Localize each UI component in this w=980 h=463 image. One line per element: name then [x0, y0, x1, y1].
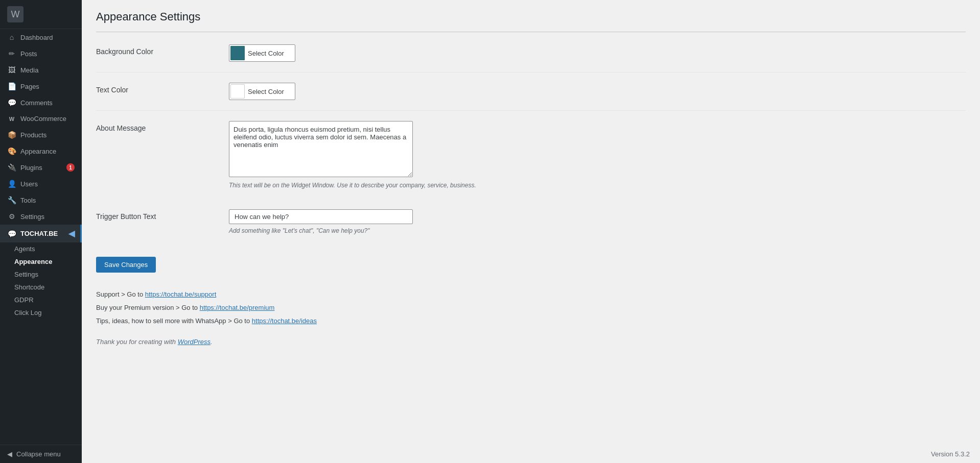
background-color-label: Background Color — [96, 44, 229, 56]
wordpress-logo-icon: W — [7, 6, 24, 22]
save-changes-button[interactable]: Save Changes — [96, 257, 156, 273]
sidebar-item-appearance[interactable]: 🎨 Appearance — [0, 143, 82, 159]
background-color-row: Background Color Select Color — [96, 44, 966, 72]
submenu-item-agents[interactable]: Agents — [0, 242, 82, 255]
trigger-button-control: Add something like "Let's chat", "Can we… — [229, 209, 966, 234]
trigger-button-input[interactable] — [229, 209, 413, 224]
support-text: Support > Go to — [96, 290, 145, 298]
text-color-swatch — [230, 84, 245, 99]
premium-line: Buy your Premium version > Go to https:/… — [96, 301, 966, 314]
sidebar-item-label: Pages — [20, 83, 75, 90]
text-color-control: Select Color — [229, 83, 966, 100]
plugins-icon: 🔌 — [7, 163, 16, 172]
support-link[interactable]: https://tochat.be/support — [145, 290, 216, 298]
sidebar-item-label: Tools — [20, 197, 75, 204]
thank-you-text: Thank you for creating with — [96, 338, 178, 346]
background-color-control: Select Color — [229, 44, 966, 62]
products-icon: 📦 — [7, 131, 16, 139]
trigger-button-label: Trigger Button Text — [96, 209, 229, 221]
trigger-button-hint: Add something like "Let's chat", "Can we… — [229, 227, 966, 234]
wordpress-link[interactable]: WordPress — [178, 338, 211, 346]
period: . — [211, 338, 213, 346]
tips-line: Tips, ideas, how to sell more with Whats… — [96, 314, 966, 328]
footer-thank-you: Thank you for creating with WordPress. — [96, 338, 966, 346]
background-color-picker-button[interactable]: Select Color — [229, 44, 295, 62]
tips-text: Tips, ideas, how to sell more with Whats… — [96, 317, 252, 325]
plugins-badge: 1 — [66, 163, 75, 172]
sidebar-item-products[interactable]: 📦 Products — [0, 127, 82, 143]
footer-links: Support > Go to https://tochat.be/suppor… — [96, 288, 966, 328]
section-divider — [96, 32, 966, 32]
text-color-label: Text Color — [96, 83, 229, 94]
about-message-control: This text will be on the Widget Window. … — [229, 121, 966, 189]
submenu-item-appearence[interactable]: Appearence — [0, 255, 82, 268]
sidebar-nav: ⌂ Dashboard ✏ Posts 🖼 Media 📄 Pages 💬 Co… — [0, 29, 82, 445]
premium-text: Buy your Premium version > Go to — [96, 304, 200, 311]
sidebar-logo: W — [0, 0, 82, 29]
sidebar-item-label: Comments — [20, 99, 75, 107]
submenu-item-shortcode[interactable]: Shortcode — [0, 281, 82, 294]
text-color-btn-label: Select Color — [248, 88, 284, 95]
text-color-row: Text Color Select Color — [96, 83, 966, 111]
submenu-item-click-log[interactable]: Click Log — [0, 306, 82, 319]
collapse-icon: ◀ — [7, 450, 12, 458]
sidebar-item-dashboard[interactable]: ⌂ Dashboard — [0, 29, 82, 45]
sidebar-item-label: Users — [20, 180, 75, 188]
sidebar-item-label: Posts — [20, 50, 75, 58]
sidebar-item-label: Media — [20, 66, 75, 74]
woocommerce-icon: W — [7, 116, 16, 122]
posts-icon: ✏ — [7, 50, 16, 58]
comments-icon: 💬 — [7, 99, 16, 107]
appearance-icon: 🎨 — [7, 147, 16, 155]
tips-link[interactable]: https://tochat.be/ideas — [252, 317, 317, 325]
tochat-submenu: Agents Appearence Settings Shortcode GDP… — [0, 242, 82, 319]
premium-link[interactable]: https://tochat.be/premium — [200, 304, 275, 311]
tochat-arrow-icon: ◀ — [68, 229, 75, 238]
text-color-picker-button[interactable]: Select Color — [229, 83, 295, 100]
sidebar-item-label: Settings — [20, 213, 75, 221]
sidebar-item-label: Plugins — [20, 164, 62, 172]
collapse-label: Collapse menu — [16, 450, 61, 458]
sidebar-item-settings[interactable]: ⚙ Settings — [0, 208, 82, 225]
background-color-swatch — [230, 46, 245, 60]
sidebar-item-label: Appearance — [20, 148, 75, 155]
page-title: Appearance Settings — [96, 10, 966, 23]
sidebar-item-comments[interactable]: 💬 Comments — [0, 94, 82, 111]
sidebar-item-media[interactable]: 🖼 Media — [0, 62, 82, 78]
about-message-label: About Message — [96, 121, 229, 132]
support-line: Support > Go to https://tochat.be/suppor… — [96, 288, 966, 301]
sidebar-item-label: Dashboard — [20, 34, 75, 41]
submenu-item-gdpr[interactable]: GDPR — [0, 294, 82, 306]
dashboard-icon: ⌂ — [7, 33, 16, 41]
submenu-item-settings[interactable]: Settings — [0, 268, 82, 281]
collapse-menu-button[interactable]: ◀ Collapse menu — [0, 445, 82, 463]
save-section: Save Changes — [96, 257, 966, 273]
trigger-button-row: Trigger Button Text Add something like "… — [96, 209, 966, 245]
sidebar-item-label: Products — [20, 131, 75, 139]
tools-icon: 🔧 — [7, 196, 16, 204]
settings-icon: ⚙ — [7, 212, 16, 221]
media-icon: 🖼 — [7, 66, 16, 74]
sidebar: W ⌂ Dashboard ✏ Posts 🖼 Media 📄 Pages 💬 … — [0, 0, 82, 463]
sidebar-item-pages[interactable]: 📄 Pages — [0, 78, 82, 94]
tochat-label: TOCHAT.BE — [20, 230, 64, 237]
main-content: Appearance Settings Background Color Sel… — [82, 0, 980, 463]
sidebar-item-tochat[interactable]: 💬 TOCHAT.BE ◀ — [0, 225, 82, 242]
background-color-btn-label: Select Color — [248, 50, 284, 57]
pages-icon: 📄 — [7, 82, 16, 90]
about-message-row: About Message This text will be on the W… — [96, 121, 966, 199]
about-message-textarea[interactable] — [229, 121, 413, 177]
sidebar-item-plugins[interactable]: 🔌 Plugins 1 — [0, 159, 82, 176]
sidebar-item-users[interactable]: 👤 Users — [0, 176, 82, 192]
about-message-hint: This text will be on the Widget Window. … — [229, 182, 966, 189]
sidebar-item-posts[interactable]: ✏ Posts — [0, 45, 82, 62]
sidebar-item-woocommerce[interactable]: W WooCommerce — [0, 111, 82, 127]
version-text: Version 5.3.2 — [931, 450, 970, 458]
sidebar-item-label: WooCommerce — [20, 115, 75, 123]
users-icon: 👤 — [7, 180, 16, 188]
sidebar-item-tools[interactable]: 🔧 Tools — [0, 192, 82, 208]
tochat-icon: 💬 — [7, 230, 16, 238]
